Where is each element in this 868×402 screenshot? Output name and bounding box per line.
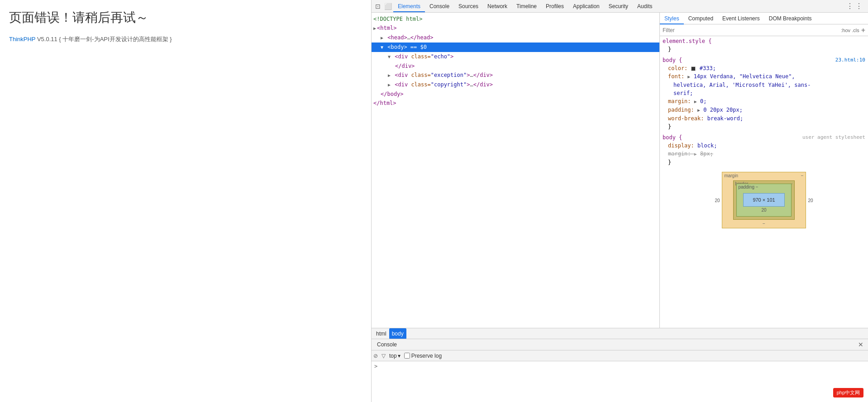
dom-html-open[interactable]: ▶<html> <box>372 24 659 33</box>
device-mode-button[interactable]: ⬜ <box>383 2 392 11</box>
box-border: border − padding − 970 × 101 20 <box>733 180 794 220</box>
framework-link[interactable]: ThinkPHP <box>9 36 35 43</box>
prompt-arrow: > <box>374 363 377 369</box>
add-style-button[interactable]: + <box>861 26 865 34</box>
collapse-triangle[interactable]: ▶ <box>381 35 383 40</box>
styles-tab-styles[interactable]: Styles <box>660 13 684 24</box>
settings-icon: ⋮ <box>855 2 863 10</box>
collapse-triangle[interactable]: ▶ <box>388 73 391 78</box>
margin-dash-top-right: − <box>801 173 804 178</box>
css-prop-word-break: word-break: break-word; <box>663 114 865 123</box>
css-close-brace: } <box>663 158 865 166</box>
css-rule-body-ua: body { user agent stylesheet display: bl… <box>663 134 865 166</box>
elements-panel[interactable]: <!DOCTYPE html> ▶<html> ▶ <head>…</head>… <box>372 13 660 328</box>
tab-console[interactable]: Console <box>425 0 454 12</box>
dom-div-exception[interactable]: ▶ <div class="exception">…</div> <box>372 71 659 80</box>
collapse-triangle[interactable]: ▼ <box>388 54 391 59</box>
css-prop-display: display: block; <box>663 142 865 150</box>
console-content[interactable]: > <box>372 361 868 402</box>
margin-right-value: 20 <box>808 198 813 203</box>
css-source-ua: user agent stylesheet <box>802 134 865 140</box>
dom-div-copyright[interactable]: ▶ <div class="copyright">…</div> <box>372 80 659 90</box>
devtools-panel: ⊡ ⬜ Elements Console Sources Network Tim… <box>371 0 868 402</box>
dom-div-echo-close[interactable]: </div> <box>372 61 659 71</box>
collapse-triangle[interactable]: ▼ <box>381 45 383 50</box>
more-tabs-button[interactable]: ⋮ ⋮ <box>843 2 866 10</box>
devtools-main: <!DOCTYPE html> ▶<html> ▶ <head>…</head>… <box>372 13 868 328</box>
console-filters: ⊘ ▽ top ▾ Preserve log <box>372 350 868 361</box>
css-selector: element.style { <box>663 38 865 44</box>
styles-tab-dom-breakpoints[interactable]: DOM Breakpoints <box>764 13 816 24</box>
console-context-dropdown[interactable]: top ▾ <box>389 353 401 359</box>
tab-profiles[interactable]: Profiles <box>541 0 568 12</box>
collapse-triangle[interactable]: ▶ <box>373 26 376 31</box>
console-clear-button[interactable]: ⊘ <box>373 353 378 359</box>
tab-timeline[interactable]: Timeline <box>512 0 541 12</box>
console-close-button[interactable]: ✕ <box>855 341 866 348</box>
css-source-link[interactable]: 23.html:10 <box>835 57 865 63</box>
console-toolbar: Console ✕ <box>372 339 868 350</box>
console-filter-button[interactable]: ▽ <box>382 353 386 359</box>
tab-sources[interactable]: Sources <box>454 0 483 12</box>
collapse-triangle[interactable]: ▶ <box>388 82 391 87</box>
console-tab-label[interactable]: Console <box>373 339 401 350</box>
tab-security[interactable]: Security <box>604 0 633 12</box>
css-font-continuation: helvetica, Arial, 'Microsoft YaHei', san… <box>668 81 865 89</box>
margin-left-value: 20 <box>715 198 720 203</box>
tab-elements[interactable]: Elements <box>393 0 425 12</box>
css-prop-color: color: #333; <box>663 64 865 72</box>
prompt-cursor <box>379 363 382 369</box>
expand-arrow[interactable]: ▶ <box>694 151 697 156</box>
styles-tab-event-listeners[interactable]: Event Listeners <box>718 13 764 24</box>
inspect-element-button[interactable]: ⊡ <box>373 2 382 11</box>
breadcrumb-bar: html body <box>372 328 868 339</box>
tab-audits[interactable]: Audits <box>633 0 657 12</box>
console-section: Console ✕ ⊘ ▽ top ▾ Preserve log > <box>372 339 868 402</box>
tab-application[interactable]: Application <box>568 0 604 12</box>
breadcrumb-html[interactable]: html <box>373 328 389 339</box>
css-rule-element-style: element.style { } <box>663 38 865 53</box>
styles-panel: Styles Computed Event Listeners DOM Brea… <box>660 13 868 328</box>
devtools-tabs: Elements Console Sources Network Timelin… <box>393 0 843 13</box>
padding-bottom-value: 20 <box>743 208 784 213</box>
devtools-toolbar: ⊡ ⬜ Elements Console Sources Network Tim… <box>372 0 868 13</box>
styles-filter-bar: :hov .cls + <box>660 24 868 36</box>
styles-tabs: Styles Computed Event Listeners DOM Brea… <box>660 13 868 24</box>
dom-body-close[interactable]: </body> <box>372 90 659 99</box>
context-arrow: ▾ <box>398 353 401 359</box>
content-size: 970 × 101 <box>753 197 775 203</box>
dom-body[interactable]: ▼ <body> == $0 <box>372 43 659 52</box>
breadcrumb-body[interactable]: body <box>389 328 406 339</box>
css-rule-body-file: body { 23.html:10 color: #333; font: ▶ 1… <box>663 57 865 131</box>
box-content: 970 × 101 <box>743 193 784 207</box>
tab-network[interactable]: Network <box>483 0 512 12</box>
preserve-log-label[interactable]: Preserve log <box>404 353 442 359</box>
main-page: 页面错误！请稍后再试～ ThinkPHP V5.0.11 { 十年磨一剑-为AP… <box>0 0 371 402</box>
filter-options[interactable]: :hov .cls <box>841 28 859 33</box>
preserve-log-checkbox[interactable] <box>404 353 410 359</box>
watermark: php中文网 <box>833 388 863 397</box>
expand-arrow[interactable]: ▶ <box>697 108 700 113</box>
dom-doctype[interactable]: <!DOCTYPE html> <box>372 14 659 24</box>
console-prompt: > <box>374 363 865 369</box>
css-font-continuation2: serif; <box>668 89 865 97</box>
css-prop-font: font: ▶ 14px Verdana, "Helvetica Neue", <box>663 72 865 81</box>
styles-tab-computed[interactable]: Computed <box>684 13 718 24</box>
framework-info: ThinkPHP V5.0.11 { 十年磨一剑-为API开发设计的高性能框架 … <box>9 35 362 43</box>
context-label: top <box>389 353 397 359</box>
dom-div-echo-open[interactable]: ▼ <div class="echo"> <box>372 52 659 61</box>
dom-html-close[interactable]: </html> <box>372 99 659 108</box>
css-close-brace: } <box>663 45 865 53</box>
dom-head[interactable]: ▶ <head>…</head> <box>372 33 659 43</box>
padding-label: padding − <box>738 184 758 189</box>
framework-version: V5.0.11 { 十年磨一剑-为API开发设计的高性能框架 } <box>37 36 172 43</box>
css-selector: body { 23.html:10 <box>663 57 865 63</box>
css-selector: body { user agent stylesheet <box>663 134 865 141</box>
box-padding: padding − 970 × 101 20 <box>736 184 791 217</box>
expand-arrow[interactable]: ▶ <box>694 99 697 104</box>
box-margin: margin − border − padding − <box>722 172 806 228</box>
page-title: 页面错误！请稍后再试～ <box>9 9 362 26</box>
expand-arrow[interactable]: ▶ <box>687 74 690 79</box>
styles-filter-input[interactable] <box>663 27 839 33</box>
color-swatch <box>691 66 696 71</box>
